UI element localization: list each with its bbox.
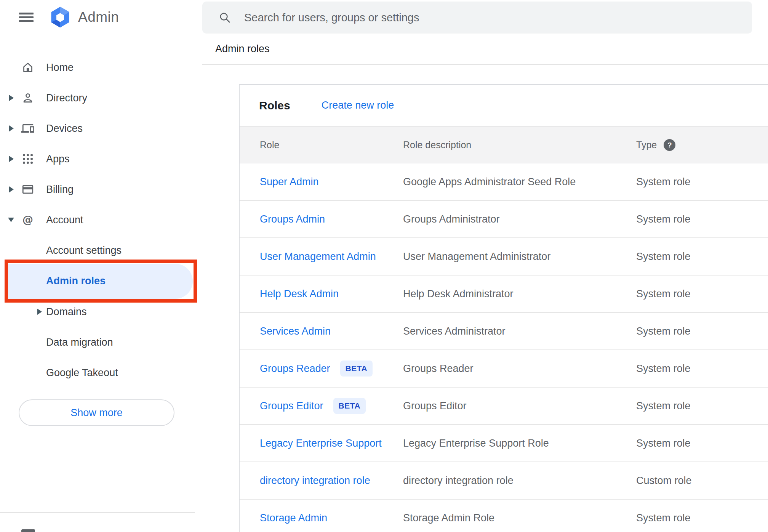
page-title-row: Admin roles <box>202 34 768 65</box>
roles-heading: Roles <box>259 99 290 112</box>
hamburger-menu-icon[interactable] <box>19 11 34 24</box>
role-type: System role <box>636 325 768 337</box>
sidebar-item-label: Account settings <box>46 245 122 256</box>
sidebar-subitem-admin-roles[interactable]: Admin roles <box>0 266 202 296</box>
role-description: Groups Editor <box>403 400 636 412</box>
sidebar-divider <box>0 512 195 513</box>
show-more-button[interactable]: Show more <box>19 399 174 426</box>
chevron-right-icon[interactable] <box>9 125 14 131</box>
role-type: System role <box>636 400 768 412</box>
role-type: System role <box>636 213 768 225</box>
table-row-services-admin: Services Admin Services Administrator Sy… <box>240 313 768 350</box>
chevron-right-icon[interactable] <box>9 156 14 162</box>
apps-grid-icon <box>21 152 34 165</box>
help-icon[interactable]: ? <box>664 139 675 151</box>
role-type: System role <box>636 512 768 524</box>
table-row-user-management-admin: User Management Admin User Management Ad… <box>240 238 768 276</box>
beta-badge: BETA <box>333 398 366 414</box>
chevron-down-icon[interactable] <box>8 218 14 222</box>
credit-card-icon <box>21 183 34 196</box>
sidebar: Admin Home Directory Devices Apps Billin… <box>0 0 202 532</box>
table-row-groups-reader: Groups Reader BETA Groups Reader System … <box>240 350 768 388</box>
sidebar-header: Admin <box>0 0 202 34</box>
chevron-right-icon[interactable] <box>9 186 14 192</box>
table-row-super-admin: Super Admin Google Apps Administrator Se… <box>240 163 768 201</box>
role-description: Legacy Enterprise Support Role <box>403 437 636 449</box>
role-type: System role <box>636 363 768 375</box>
main-content: Admin roles Roles Create new role Role R… <box>202 0 768 532</box>
sidebar-subitem-account-settings[interactable]: Account settings <box>0 235 202 266</box>
role-link[interactable]: Groups Reader <box>260 363 330 375</box>
sidebar-item-label: Directory <box>46 92 87 104</box>
sidebar-subitem-google-takeout[interactable]: Google Takeout <box>0 357 202 388</box>
table-row-directory-integration-role: directory integration role directory int… <box>240 462 768 500</box>
role-type: System role <box>636 176 768 188</box>
app-title: Admin <box>78 9 119 25</box>
sidebar-subitem-data-migration[interactable]: Data migration <box>0 327 202 357</box>
role-link[interactable]: Groups Admin <box>260 213 325 225</box>
role-type: System role <box>636 437 768 449</box>
role-link[interactable]: Services Admin <box>260 325 331 337</box>
role-link[interactable]: Groups Editor <box>260 400 323 412</box>
role-type: System role <box>636 251 768 263</box>
sidebar-item-account[interactable]: @ Account <box>0 205 202 235</box>
role-description: Google Apps Administrator Seed Role <box>403 176 636 188</box>
role-link[interactable]: User Management Admin <box>260 251 376 263</box>
table-row-legacy-enterprise-support: Legacy Enterprise Support Legacy Enterpr… <box>240 425 768 462</box>
role-description: directory integration role <box>403 475 636 487</box>
roles-card-header: Roles Create new role <box>240 85 768 126</box>
table-header: Role Role description Type ? <box>240 126 768 163</box>
role-link[interactable]: directory integration role <box>260 475 370 487</box>
role-link[interactable]: Legacy Enterprise Support <box>260 437 382 449</box>
sidebar-item-label: Billing <box>46 184 74 195</box>
role-description: Groups Administrator <box>403 213 636 225</box>
table-row-groups-admin: Groups Admin Groups Administrator System… <box>240 201 768 238</box>
create-new-role-link[interactable]: Create new role <box>322 99 394 111</box>
search-input[interactable] <box>244 11 701 24</box>
sidebar-item-label: Devices <box>46 123 83 135</box>
sidebar-subitem-domains[interactable]: Domains <box>0 296 202 327</box>
column-header-role: Role <box>260 139 403 151</box>
roles-card: Roles Create new role Role Role descript… <box>239 84 768 532</box>
role-type: Custom role <box>636 475 768 487</box>
google-admin-logo-icon <box>49 6 72 28</box>
sidebar-item-label: Admin roles <box>46 275 106 287</box>
role-description: Storage Admin Role <box>403 512 636 524</box>
table-row-help-desk-admin: Help Desk Admin Help Desk Administrator … <box>240 276 768 313</box>
sidebar-item-directory[interactable]: Directory <box>0 83 202 113</box>
partial-bottom-icon <box>21 529 35 532</box>
chevron-right-icon[interactable] <box>9 95 14 101</box>
sidebar-item-label: Google Takeout <box>46 367 118 379</box>
table-body: Super Admin Google Apps Administrator Se… <box>240 163 768 532</box>
devices-icon <box>21 122 34 135</box>
home-icon <box>21 61 34 74</box>
table-row-groups-editor: Groups Editor BETA Groups Editor System … <box>240 388 768 425</box>
sidebar-item-devices[interactable]: Devices <box>0 113 202 144</box>
search-bar[interactable] <box>202 2 752 34</box>
person-icon <box>21 91 34 104</box>
table-row-storage-admin: Storage Admin Storage Admin Role System … <box>240 500 768 532</box>
role-type: System role <box>636 288 768 300</box>
sidebar-item-home[interactable]: Home <box>0 52 202 83</box>
search-icon <box>218 11 231 24</box>
role-description: Services Administrator <box>403 325 636 337</box>
role-link[interactable]: Help Desk Admin <box>260 288 339 300</box>
chevron-right-icon[interactable] <box>37 309 42 315</box>
sidebar-item-apps[interactable]: Apps <box>0 144 202 174</box>
sidebar-item-label: Account <box>46 214 83 226</box>
column-header-description: Role description <box>403 139 636 151</box>
role-link[interactable]: Storage Admin <box>260 512 327 524</box>
sidebar-item-label: Home <box>46 62 74 74</box>
sidebar-item-label: Apps <box>46 153 70 165</box>
sidebar-nav: Home Directory Devices Apps Billing @ Ac… <box>0 52 202 388</box>
role-link[interactable]: Super Admin <box>260 176 319 188</box>
sidebar-item-billing[interactable]: Billing <box>0 174 202 205</box>
role-description: Help Desk Administrator <box>403 288 636 300</box>
beta-badge: BETA <box>340 361 373 377</box>
svg-text:@: @ <box>22 213 33 226</box>
role-description: Groups Reader <box>403 363 636 375</box>
role-description: User Management Administrator <box>403 251 636 263</box>
column-header-type: Type ? <box>636 139 768 151</box>
at-icon: @ <box>21 213 34 226</box>
sidebar-item-label: Domains <box>46 306 87 318</box>
